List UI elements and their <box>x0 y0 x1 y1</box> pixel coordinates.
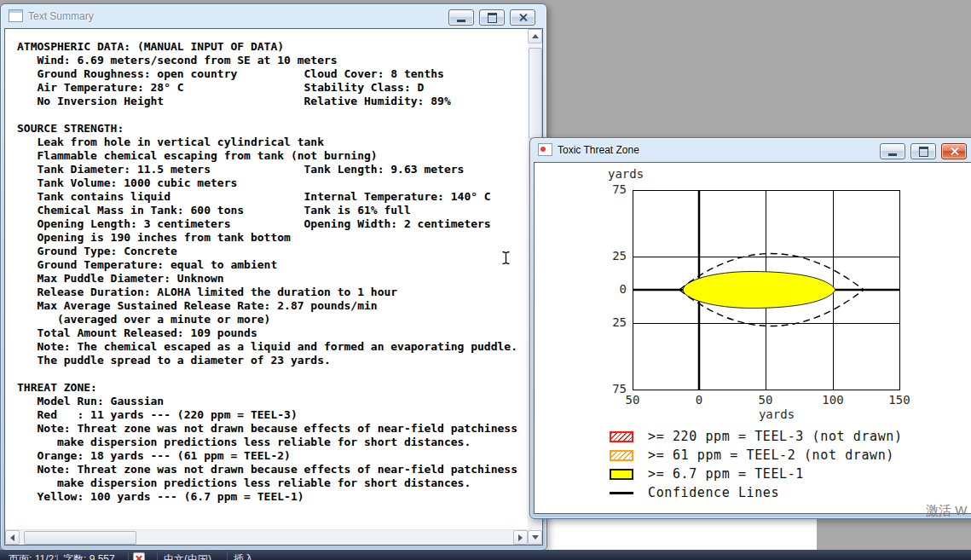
status-page-count[interactable]: 页面: 11/21 <box>9 552 60 560</box>
scroll-down-button[interactable] <box>528 530 542 545</box>
threat-zone-plot <box>633 190 900 390</box>
close-icon <box>950 147 959 156</box>
x-axis-label: yards <box>751 407 802 422</box>
scroll-left-icon <box>10 534 14 541</box>
x-tick-label: 50 <box>747 393 784 407</box>
maximize-icon <box>919 147 928 157</box>
minimize-icon <box>888 153 897 156</box>
x-tick-label: 50 <box>614 393 651 407</box>
toxic-threat-zone-title: Toxic Threat Zone <box>558 144 639 156</box>
red-zone-swatch-icon <box>610 431 633 442</box>
maximize-icon <box>488 13 497 23</box>
horizontal-scrollbar[interactable] <box>5 529 528 545</box>
minimize-button[interactable] <box>448 9 474 26</box>
summary-text: ATMOSPHERIC DATA: (MANUAL INPUT OF DATA)… <box>17 40 517 504</box>
y-axis-label: yards <box>608 167 644 182</box>
legend-label-teel3: >= 220 ppm = TEEL-3 (not drawn) <box>648 429 903 444</box>
yellow-zone-swatch-icon <box>610 469 633 480</box>
status-language[interactable]: 中文(中国) <box>164 552 211 560</box>
legend-row-teel3: >= 220 ppm = TEEL-3 (not drawn) <box>535 430 903 442</box>
close-button[interactable] <box>941 143 967 159</box>
status-divider <box>56 551 57 560</box>
close-button[interactable] <box>510 9 535 26</box>
proofing-error-icon[interactable] <box>133 552 145 560</box>
minimize-icon <box>457 20 465 22</box>
desktop: Text Summary ATMOSPHERIC DATA: (MANUAL I… <box>0 0 971 560</box>
maximize-button[interactable] <box>479 9 505 26</box>
x-tick-label: 100 <box>814 393 852 407</box>
y-tick-label: 25 <box>596 249 627 263</box>
y-tick-label: 25 <box>596 315 627 330</box>
scroll-down-icon <box>532 535 539 540</box>
scroll-right-button[interactable] <box>513 530 528 545</box>
text-summary-window: Text Summary ATMOSPHERIC DATA: (MANUAL I… <box>0 3 547 551</box>
document-background-patch <box>542 517 817 550</box>
horizontal-scroll-thumb[interactable] <box>24 531 136 545</box>
threat-zone-legend: >= 220 ppm = TEEL-3 (not drawn) >= 61 pp… <box>535 430 903 499</box>
close-icon <box>518 13 528 22</box>
legend-row-teel1: >= 6.7 ppm = TEEL-1 <box>535 468 903 480</box>
scroll-right-icon <box>518 534 523 541</box>
y-tick-label: 0 <box>596 282 627 297</box>
teel-1-plume <box>683 272 835 309</box>
activate-windows-watermark: 激活 W <box>926 503 967 519</box>
threat-zone-client-area: yards 75 25 0 25 75 50 0 <box>534 162 971 514</box>
status-word-count[interactable]: 字数: 9,557 <box>63 552 115 560</box>
scroll-left-button[interactable] <box>5 530 20 545</box>
x-tick-label: 0 <box>680 393 718 407</box>
maximize-button[interactable] <box>910 143 936 159</box>
text-summary-window-icon <box>9 9 23 22</box>
status-bar: 页面: 11/21 字数: 9,557 中文(中国) 插入 <box>0 550 971 560</box>
scroll-up-icon <box>532 34 539 38</box>
scroll-up-button[interactable] <box>528 29 542 43</box>
status-divider <box>227 551 228 560</box>
y-tick-label: 75 <box>596 182 627 197</box>
legend-row-teel2: >= 61 ppm = TEEL-2 (not drawn) <box>535 449 903 461</box>
orange-zone-swatch-icon <box>610 450 633 461</box>
legend-label-confidence: Confidence Lines <box>648 485 779 500</box>
text-summary-client-area: ATMOSPHERIC DATA: (MANUAL INPUT OF DATA)… <box>4 28 543 546</box>
text-summary-title: Text Summary <box>28 10 94 22</box>
toxic-threat-zone-window-icon <box>538 143 552 156</box>
x-tick-label: 150 <box>881 393 918 407</box>
status-divider <box>157 551 158 560</box>
legend-label-teel1: >= 6.7 ppm = TEEL-1 <box>648 466 804 482</box>
legend-row-confidence: Confidence Lines <box>535 487 903 499</box>
text-summary-titlebar[interactable]: Text Summary <box>1 4 546 27</box>
vertical-scroll-thumb[interactable] <box>529 48 542 139</box>
text-cursor-ibeam <box>501 251 511 268</box>
confidence-line-swatch-icon <box>610 488 633 499</box>
legend-label-teel2: >= 61 ppm = TEEL-2 (not drawn) <box>648 447 894 463</box>
status-divider <box>128 551 129 560</box>
minimize-button[interactable] <box>880 143 905 159</box>
toxic-threat-zone-window: Toxic Threat Zone yards 75 25 0 25 75 <box>529 137 971 519</box>
toxic-threat-zone-titlebar[interactable]: Toxic Threat Zone <box>530 138 971 161</box>
status-insert-mode[interactable]: 插入 <box>234 552 254 560</box>
